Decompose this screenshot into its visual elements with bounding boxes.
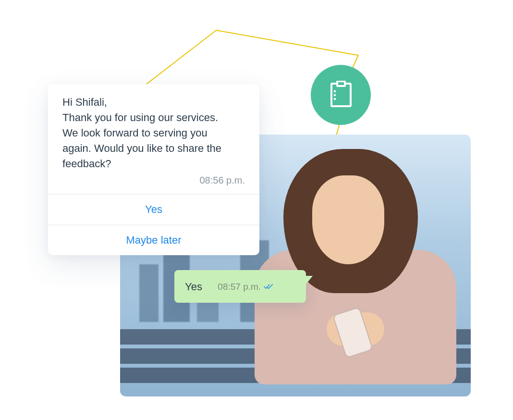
photo-face — [312, 175, 384, 264]
incoming-message-text: Hi Shifali, Thank you for using our serv… — [48, 84, 259, 175]
msg-line: feedback? — [62, 156, 245, 172]
msg-line: We look forward to serving you — [62, 125, 245, 141]
incoming-timestamp: 08:56 p.m. — [48, 175, 259, 194]
msg-line: again. Would you like to share the — [62, 141, 245, 156]
msg-line: Thank you for using our services. — [62, 110, 245, 125]
svg-rect-4 — [334, 98, 336, 100]
svg-rect-3 — [334, 94, 336, 96]
photo-person — [255, 149, 456, 384]
option-yes-button[interactable]: Yes — [48, 194, 259, 224]
clipboard-icon — [330, 81, 352, 110]
outgoing-message-bubble: Yes 08:57 p.m. — [174, 270, 306, 303]
option-maybe-later-button[interactable]: Maybe later — [48, 224, 259, 255]
incoming-message-card: Hi Shifali, Thank you for using our serv… — [48, 84, 259, 255]
outgoing-timestamp: 08:57 p.m. — [218, 282, 261, 292]
outgoing-text: Yes — [185, 281, 202, 293]
msg-line: Hi Shifali, — [62, 95, 245, 110]
read-ticks-icon — [264, 284, 273, 290]
svg-rect-2 — [334, 90, 336, 92]
clipboard-badge — [311, 65, 371, 125]
svg-rect-1 — [337, 81, 345, 86]
